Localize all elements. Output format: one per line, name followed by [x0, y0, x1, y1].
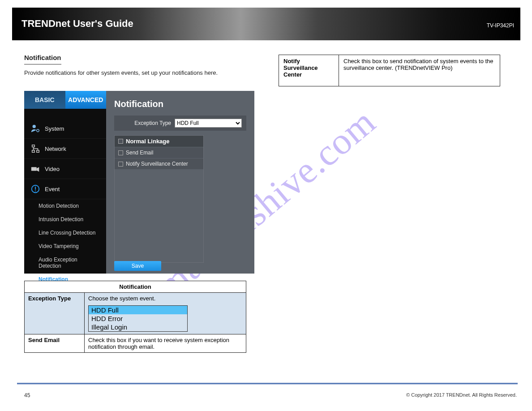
exception-select[interactable]: HDD Full: [175, 119, 242, 128]
notify-center-table: Notify Surveillance Center Check this bo…: [279, 55, 500, 86]
exception-label: Exception Type: [134, 120, 171, 126]
notification-table: Notification Exception Type Choose the s…: [24, 281, 246, 353]
checkbox-icon[interactable]: [118, 139, 123, 144]
sidebar-item-label: Video: [45, 166, 60, 172]
checkbox-icon[interactable]: [118, 150, 123, 155]
banner-right: TV-IP342PI: [487, 22, 514, 29]
nav-tabs: BASIC ADVANCED: [24, 91, 106, 109]
svg-rect-3: [32, 150, 35, 153]
linkage-notify-center[interactable]: Notify Surveillance Center: [115, 158, 203, 169]
svg-point-0: [33, 125, 36, 128]
ui-screenshot: BASIC ADVANCED System Network Video: [24, 91, 254, 274]
row-key: Exception Type: [25, 293, 85, 334]
svg-rect-2: [32, 145, 35, 147]
linkage-send-email[interactable]: Send Email: [115, 147, 203, 158]
table-row: Send Email Check this box if you want to…: [25, 334, 246, 353]
exception-row: Exception Type HDD Full: [114, 116, 246, 131]
row-key: Notify Surveillance Center: [279, 55, 339, 86]
table-row: Notify Surveillance Center Check this bo…: [279, 55, 500, 86]
linkage-header-label: Normal Linkage: [126, 138, 170, 145]
copyright: © Copyright 2017 TRENDnet. All Rights Re…: [406, 392, 517, 398]
exception-combo[interactable]: HDD Full HDD Error Illegal Login: [88, 305, 188, 332]
sidebar-item-video[interactable]: Video: [24, 159, 106, 179]
nav-sub-tamper[interactable]: Video Tampering: [24, 240, 106, 253]
sidebar-item-event[interactable]: Event: [24, 179, 106, 199]
sidebar: BASIC ADVANCED System Network Video: [24, 91, 106, 274]
sidebar-item-system[interactable]: System: [24, 119, 106, 139]
network-icon: [30, 144, 40, 154]
nav-sub-linecross[interactable]: Line Crossing Detection: [24, 226, 106, 240]
nav-sub-audio[interactable]: Audio Exception Detection: [24, 253, 106, 273]
tab-advanced[interactable]: ADVANCED: [65, 91, 107, 109]
sidebar-item-label: Event: [45, 186, 60, 193]
row-value: Check this box to send notification of s…: [339, 55, 500, 86]
combo-opt-hdderror[interactable]: HDD Error: [89, 314, 187, 323]
alert-icon: [30, 184, 40, 194]
main-panel: Notification Exception Type HDD Full Nor…: [106, 91, 254, 274]
nav-sub-intrusion[interactable]: Intrusion Detection: [24, 213, 106, 226]
row-value: Choose the system event. HDD Full HDD Er…: [85, 293, 246, 334]
user-gear-icon: [30, 124, 40, 133]
nav-sub-motion[interactable]: Motion Detection: [24, 199, 106, 213]
banner-title: TRENDnet User's Guide: [21, 18, 133, 30]
tab-basic[interactable]: BASIC: [24, 91, 65, 109]
sidebar-item-label: System: [45, 125, 64, 132]
sidebar-item-network[interactable]: Network: [24, 139, 106, 159]
footer-rule: [17, 383, 518, 385]
svg-rect-4: [37, 150, 39, 153]
linkage-header: Normal Linkage: [115, 136, 203, 147]
row-key: Send Email: [25, 334, 85, 353]
section-title: Notification: [24, 54, 61, 64]
row-value: Check this box if you want to receive sy…: [85, 334, 246, 353]
camera-icon: [30, 164, 40, 174]
combo-opt-hddfull[interactable]: HDD Full: [89, 306, 187, 314]
linkage-label: Notify Surveillance Center: [126, 161, 188, 167]
linkage-label: Send Email: [126, 150, 153, 156]
page-number: 45: [24, 392, 30, 398]
combo-opt-illegallogin[interactable]: Illegal Login: [89, 323, 187, 331]
checkbox-icon[interactable]: [118, 162, 123, 167]
panel-title: Notification: [114, 99, 246, 109]
section-description: Provide notifications for other system e…: [24, 69, 248, 76]
normal-linkage-box: Normal Linkage Send Email Notify Surveil…: [114, 135, 204, 263]
table-row: Exception Type Choose the system event. …: [25, 293, 246, 334]
sidebar-item-label: Network: [45, 146, 66, 152]
row-desc: Choose the system event.: [88, 295, 155, 302]
linkage-empty: [115, 169, 203, 262]
svg-rect-5: [31, 167, 37, 171]
table-caption: Notification: [25, 281, 246, 293]
save-button[interactable]: Save: [114, 261, 161, 271]
svg-point-1: [37, 129, 39, 132]
